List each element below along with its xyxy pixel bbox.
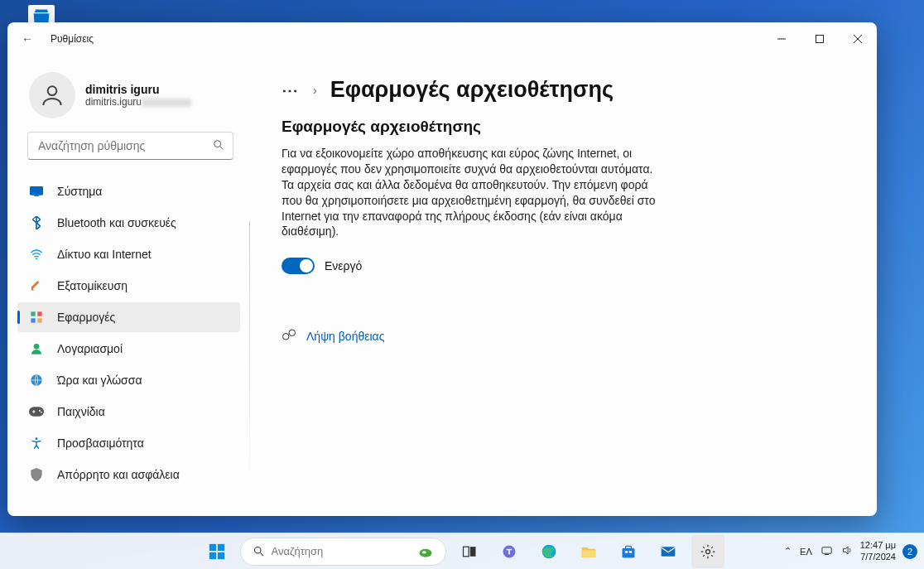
volume-icon[interactable] — [841, 544, 854, 558]
search-icon — [212, 138, 225, 155]
sidebar-item-label: Εφαρμογές — [57, 311, 115, 324]
sidebar: dimitris iguru dimitris.iguru ΣύστημαBlu… — [7, 55, 250, 516]
sidebar-item-label: Παιχνίδια — [57, 405, 105, 418]
svg-point-26 — [254, 547, 261, 554]
toggle-label: Ενεργό — [325, 259, 362, 272]
svg-rect-1 — [816, 36, 824, 43]
sidebar-item-label: Σύστημα — [57, 185, 102, 198]
user-name: dimitris iguru — [85, 83, 191, 96]
svg-rect-8 — [34, 195, 38, 196]
accounts-icon — [29, 342, 44, 355]
section-title: Εφαρμογές αρχειοθέτησης — [282, 118, 845, 136]
search-icon — [253, 545, 265, 557]
svg-rect-7 — [30, 186, 43, 195]
chevron-right-icon: › — [313, 84, 317, 97]
breadcrumb: ⋯ › Εφαρμογές αρχειοθέτησης — [282, 77, 845, 103]
svg-point-21 — [289, 330, 296, 336]
system-icon — [29, 186, 44, 196]
explorer-icon[interactable] — [572, 535, 605, 568]
content-area: ⋯ › Εφαρμογές αρχειοθέτησης Εφαρμογές αρ… — [250, 55, 877, 516]
sidebar-item-label: Απόρρητο και ασφάλεια — [57, 468, 180, 481]
gaming-icon — [29, 407, 44, 417]
maximize-button[interactable] — [801, 22, 839, 55]
archive-apps-toggle[interactable] — [282, 258, 315, 274]
search-accent-icon — [417, 543, 434, 560]
taskbar: ⌃ ΕΛ 12:47 μμ 7/7/2024 2 — [0, 533, 924, 569]
svg-rect-12 — [31, 318, 35, 322]
svg-point-4 — [48, 86, 57, 95]
search-input[interactable] — [27, 132, 233, 160]
svg-rect-35 — [622, 547, 634, 557]
description: Για να εξοικονομείτε χώρο αποθήκευσης κα… — [282, 146, 662, 239]
svg-point-14 — [34, 344, 40, 350]
bluetooth-icon — [29, 216, 44, 229]
svg-point-29 — [421, 551, 426, 553]
svg-rect-39 — [661, 547, 675, 557]
edge-icon[interactable] — [532, 535, 565, 568]
svg-point-17 — [39, 410, 41, 412]
get-help-link[interactable]: Λήψη βοήθειας — [306, 330, 384, 343]
titlebar: ← Ρυθμίσεις — [7, 22, 877, 55]
sidebar-item-gaming[interactable]: Παιχνίδια — [17, 397, 240, 427]
start-button[interactable] — [200, 535, 233, 568]
minimize-button[interactable] — [763, 22, 801, 55]
breadcrumb-menu[interactable]: ⋯ — [282, 80, 300, 100]
store-icon[interactable] — [612, 535, 645, 568]
svg-rect-23 — [217, 543, 224, 550]
svg-line-27 — [260, 552, 263, 556]
svg-rect-37 — [624, 551, 627, 553]
search-field[interactable] — [27, 132, 233, 160]
settings-window: ← Ρυθμίσεις dimitris iguru dimitris.igur… — [7, 22, 877, 516]
svg-point-20 — [283, 334, 290, 340]
time-icon — [29, 374, 44, 387]
sidebar-item-system[interactable]: Σύστημα — [17, 176, 240, 206]
network-icon — [29, 249, 44, 259]
nav-list: ΣύστημαBluetooth και συσκευέςΔίκτυο και … — [7, 170, 250, 496]
svg-rect-11 — [37, 311, 41, 316]
sidebar-item-label: Δίκτυο και Internet — [57, 248, 152, 261]
sidebar-item-network[interactable]: Δίκτυο και Internet — [17, 239, 240, 269]
task-view-button[interactable] — [453, 535, 486, 568]
svg-point-40 — [705, 549, 710, 553]
svg-point-5 — [214, 141, 221, 147]
apps-icon — [29, 311, 44, 324]
svg-rect-34 — [581, 550, 595, 557]
teams-icon[interactable] — [493, 535, 526, 568]
user-email: dimitris.iguru — [85, 96, 191, 108]
clock[interactable]: 12:47 μμ 7/7/2024 — [860, 540, 896, 562]
sidebar-item-apps[interactable]: Εφαρμογές — [17, 302, 240, 332]
sidebar-item-accessibility[interactable]: Προσβασιμότητα — [17, 428, 240, 458]
svg-rect-10 — [31, 311, 35, 316]
svg-rect-22 — [209, 543, 215, 550]
sidebar-item-accounts[interactable]: Λογαριασμοί — [17, 334, 240, 364]
svg-point-19 — [36, 437, 38, 440]
sidebar-item-privacy[interactable]: Απόρρητο και ασφάλεια — [17, 460, 240, 489]
close-button[interactable] — [839, 22, 877, 55]
privacy-icon — [29, 468, 44, 481]
avatar — [29, 72, 75, 118]
svg-line-6 — [220, 147, 223, 149]
mail-icon[interactable] — [652, 535, 685, 568]
sidebar-item-bluetooth[interactable]: Bluetooth και συσκευές — [17, 208, 240, 238]
help-icon — [282, 327, 296, 345]
tray-chevron-icon[interactable]: ⌃ — [784, 546, 792, 557]
notifications-badge[interactable]: 2 — [902, 544, 917, 559]
sidebar-item-label: Ώρα και γλώσσα — [57, 374, 142, 387]
svg-point-18 — [41, 412, 42, 413]
window-title: Ρυθμίσεις — [51, 33, 94, 45]
language-indicator[interactable]: ΕΛ — [800, 547, 812, 557]
sidebar-item-time[interactable]: Ώρα και γλώσσα — [17, 365, 240, 395]
svg-rect-13 — [37, 318, 41, 322]
sidebar-item-label: Εξατομίκευση — [57, 279, 128, 292]
sidebar-item-personalization[interactable]: Εξατομίκευση — [17, 271, 240, 301]
back-button[interactable]: ← — [16, 32, 39, 46]
taskbar-search-input[interactable] — [272, 545, 411, 557]
settings-app-icon[interactable] — [691, 535, 724, 568]
network-icon[interactable] — [821, 544, 833, 558]
user-account[interactable]: dimitris iguru dimitris.iguru — [7, 72, 250, 132]
svg-rect-41 — [822, 547, 831, 554]
taskbar-search[interactable] — [240, 538, 446, 566]
svg-rect-24 — [209, 552, 215, 558]
svg-point-9 — [36, 258, 37, 259]
page-title: Εφαρμογές αρχειοθέτησης — [330, 77, 614, 103]
